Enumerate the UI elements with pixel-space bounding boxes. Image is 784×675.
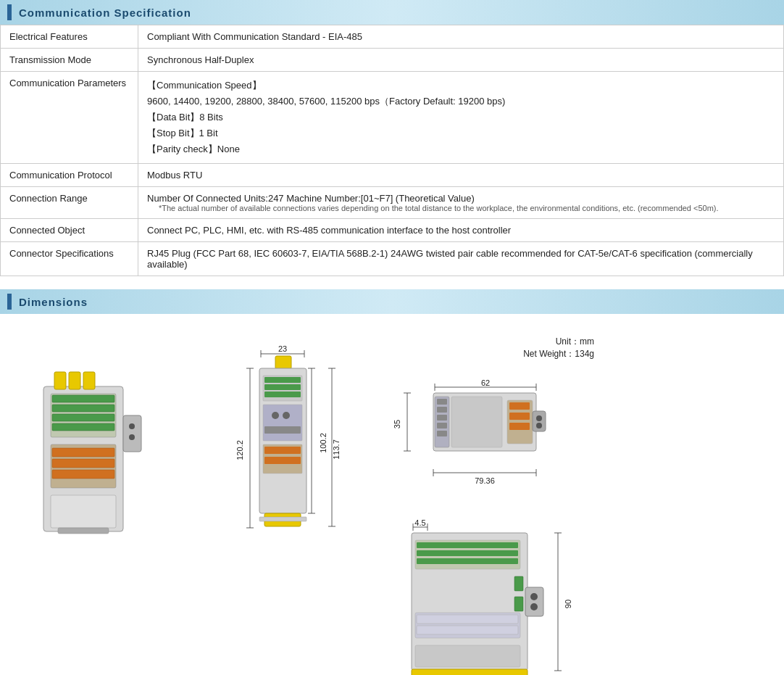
- svg-rect-6: [52, 405, 114, 412]
- dimensions-title: Dimensions: [19, 296, 88, 308]
- svg-text:79.36: 79.36: [475, 476, 495, 485]
- svg-rect-11: [52, 459, 114, 468]
- stop-bit-line: 【Stop Bit】1 Bit: [147, 125, 775, 141]
- svg-rect-57: [437, 415, 447, 421]
- svg-rect-10: [52, 448, 114, 457]
- spec-table: Electrical Features Compliant With Commu…: [0, 25, 784, 276]
- svg-rect-91: [525, 587, 543, 616]
- svg-rect-8: [52, 423, 114, 431]
- label-comm-protocol: Communication Protocol: [1, 164, 138, 187]
- svg-rect-83: [417, 550, 518, 556]
- table-row: Connector Specifications RJ45 Plug (FCC …: [1, 242, 784, 276]
- label-connector-specs: Connector Specifications: [1, 242, 138, 276]
- svg-rect-3: [83, 372, 95, 389]
- value-connected-object: Connect PC, PLC, HMI, etc. with RS-485 c…: [138, 219, 784, 242]
- svg-rect-2: [69, 372, 80, 389]
- svg-rect-63: [509, 413, 530, 420]
- dimensions-header: Dimensions: [0, 289, 784, 314]
- dimensions-section: Dimensions: [0, 289, 784, 675]
- top-diagram-svg: 62: [391, 378, 594, 494]
- dimensions-content: 23: [0, 314, 784, 675]
- weight-text: Net Weight：134g: [478, 348, 594, 360]
- connection-range-note: *The actual number of available connecti…: [147, 204, 775, 212]
- svg-rect-12: [52, 470, 114, 479]
- svg-rect-62: [509, 402, 530, 410]
- svg-rect-94: [412, 669, 527, 675]
- table-row: Transmission Mode Synchronous Half-Duple…: [1, 49, 784, 72]
- label-transmission-mode: Transmission Mode: [1, 49, 138, 72]
- side-diagram-svg: 4.5: [391, 518, 594, 675]
- value-comm-protocol: Modbus RTU: [138, 164, 784, 187]
- svg-point-67: [536, 423, 542, 428]
- table-row: Communication Protocol Modbus RTU: [1, 164, 784, 187]
- svg-rect-34: [264, 457, 301, 464]
- svg-rect-1: [54, 372, 66, 389]
- svg-text:113.7: 113.7: [332, 440, 341, 460]
- svg-rect-27: [264, 392, 301, 397]
- svg-rect-22: [275, 356, 291, 369]
- svg-rect-64: [509, 423, 530, 430]
- svg-rect-55: [437, 399, 447, 405]
- label-electrical-features: Electrical Features: [1, 25, 138, 49]
- svg-text:90: 90: [564, 600, 572, 608]
- svg-rect-36: [259, 517, 306, 521]
- svg-rect-25: [264, 377, 301, 383]
- svg-rect-5: [52, 395, 114, 402]
- table-row: Connection Range Number Of Connected Uni…: [1, 187, 784, 219]
- connection-range-main: Number Of Connected Units:247 Machine Nu…: [147, 193, 775, 204]
- svg-rect-13: [51, 495, 116, 528]
- svg-text:35: 35: [393, 420, 401, 428]
- svg-rect-15: [123, 415, 141, 452]
- svg-point-93: [530, 603, 538, 610]
- label-connected-object: Connected Object: [1, 219, 138, 242]
- device-main-illustration: [14, 350, 181, 563]
- comm-speed-line: 【Communication Speed】: [147, 78, 775, 94]
- table-row: Electrical Features Compliant With Commu…: [1, 25, 784, 49]
- comm-spec-title: Communication Specification: [19, 7, 191, 19]
- unit-text: Unit：mm: [478, 336, 594, 348]
- label-connection-range: Connection Range: [1, 187, 138, 219]
- label-comm-params: Communication Parameters: [1, 72, 138, 164]
- svg-point-30: [283, 412, 290, 419]
- side-view-diagram: 4.5: [391, 518, 594, 675]
- svg-rect-31: [264, 426, 301, 434]
- svg-text:120.2: 120.2: [235, 441, 244, 461]
- svg-point-66: [536, 415, 542, 421]
- front-diagram-svg: 23: [225, 343, 341, 575]
- svg-text:23: 23: [278, 344, 287, 353]
- svg-text:62: 62: [481, 378, 490, 387]
- svg-rect-14: [58, 528, 109, 534]
- right-diagrams: Unit：mm Net Weight：134g 62: [391, 336, 594, 675]
- svg-rect-7: [52, 414, 114, 421]
- svg-rect-86: [514, 597, 523, 611]
- svg-rect-28: [263, 405, 302, 441]
- comm-spec-header: Communication Specification: [0, 0, 784, 25]
- svg-point-29: [272, 412, 279, 419]
- value-transmission-mode: Synchronous Half-Duplex: [138, 49, 784, 72]
- parity-check-line: 【Parity check】None: [147, 141, 775, 157]
- svg-rect-60: [451, 397, 502, 447]
- svg-text:100.2: 100.2: [319, 434, 328, 454]
- value-connection-range: Number Of Connected Units:247 Machine Nu…: [138, 187, 784, 219]
- comm-speed-values: 9600, 14400, 19200, 28800, 38400, 57600,…: [147, 94, 775, 109]
- header-bar-decoration-2: [7, 294, 12, 310]
- value-electrical-features: Compliant With Communication Standard - …: [138, 25, 784, 49]
- svg-rect-82: [417, 542, 518, 548]
- svg-point-92: [530, 593, 538, 600]
- device-svg: [14, 350, 181, 560]
- header-bar-decoration: [7, 4, 12, 20]
- svg-rect-26: [264, 384, 301, 390]
- value-connector-specs: RJ45 Plug (FCC Part 68, IEC 60603-7, EIA…: [138, 242, 784, 276]
- svg-point-17: [129, 434, 135, 440]
- unit-weight-info: Unit：mm Net Weight：134g: [478, 336, 594, 360]
- svg-rect-84: [417, 558, 518, 564]
- svg-rect-59: [437, 431, 447, 436]
- comm-spec-section: Communication Specification Electrical F…: [0, 0, 784, 276]
- data-bit-line: 【Data Bit】8 Bits: [147, 109, 775, 125]
- svg-rect-89: [417, 626, 518, 634]
- table-row: Communication Parameters 【Communication …: [1, 72, 784, 164]
- svg-rect-90: [415, 645, 520, 667]
- table-row: Connected Object Connect PC, PLC, HMI, e…: [1, 219, 784, 242]
- svg-rect-85: [514, 576, 523, 591]
- svg-rect-88: [417, 615, 518, 624]
